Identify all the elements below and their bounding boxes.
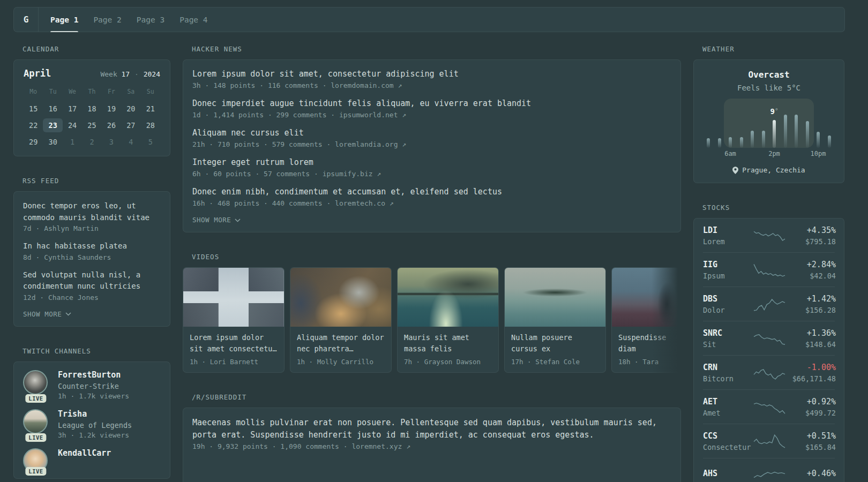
stock-sparkline (752, 295, 787, 313)
rss-item-title[interactable]: In hac habitasse platea (23, 240, 161, 252)
weather-bar (817, 132, 820, 148)
calendar-day: 2 (82, 135, 101, 149)
stock-price: $795.18 (787, 237, 836, 246)
stock-change: +2.84% (787, 260, 836, 269)
live-badge: LIVE (25, 394, 46, 403)
top-navigation: G Page 1 Page 2 Page 3 Page 4 (13, 7, 845, 32)
hackernews-show-more-button[interactable]: SHOW MORE (192, 216, 671, 224)
weather-bar (707, 138, 710, 148)
twitch-channel-row[interactable]: LIVE KendallCarr (23, 448, 161, 473)
weather-bar (795, 115, 798, 148)
subreddit-section-title: /R/SUBREDDIT (192, 393, 681, 401)
tab-page-1[interactable]: Page 1 (50, 7, 78, 32)
twitch-channel-info: ForrestBurton Counter-Strike 1h · 1.7k v… (58, 370, 129, 400)
video-card-body: Lorem ipsum dolor sit amet consectetu… 1… (183, 327, 284, 372)
page-tabs: Page 1 Page 2 Page 3 Page 4 (39, 7, 208, 32)
weather-widget: WEATHER Overcast Feels like 5°C 9° 6am2p… (693, 45, 844, 183)
video-meta: 18h · Tara (618, 358, 681, 366)
weather-hour-label: 2pm (768, 150, 780, 157)
twitch-channel-row[interactable]: LIVE ForrestBurton Counter-Strike 1h · 1… (23, 370, 161, 400)
hackernews-item-meta[interactable]: 16h · 468 points · 440 comments · loremt… (192, 199, 671, 207)
hackernews-item-meta[interactable]: 1d · 1,414 points · 299 comments · ipsum… (192, 111, 671, 119)
twitch-channel-row[interactable]: LIVE Trisha League of Legends 3h · 1.2k … (23, 409, 161, 439)
stock-price: $148.64 (787, 340, 836, 349)
hackernews-item-meta[interactable]: 6h · 60 points · 57 comments · ipsumify.… (192, 170, 671, 178)
live-badge: LIVE (25, 433, 46, 442)
video-thumbnail (290, 268, 391, 327)
tab-page-2[interactable]: Page 2 (93, 7, 121, 32)
calendar-year: 2024 (144, 70, 160, 78)
live-badge: LIVE (25, 467, 46, 476)
weather-hourly-chart: 9° 6am2pm10pm (704, 99, 834, 159)
weather-bar (784, 115, 787, 148)
calendar-header: April Week 17 · 2024 (24, 68, 160, 79)
calendar-day: 23 (43, 118, 62, 132)
hackernews-item-meta[interactable]: 21h · 710 points · 579 comments · loreml… (192, 140, 671, 148)
stock-symbol: SNRC (703, 328, 752, 338)
hackernews-item-title[interactable]: Lorem ipsum dolor sit amet, consectetur … (192, 69, 671, 80)
chevron-down-icon (235, 219, 241, 222)
weather-bar (740, 137, 743, 148)
calendar-day: 27 (121, 118, 140, 132)
rss-show-more-button[interactable]: SHOW MORE (23, 310, 161, 318)
rss-item: Sed volutpat nulla nisl, a condimentum n… (23, 269, 161, 302)
video-card[interactable]: Lorem ipsum dolor sit amet consectetu… 1… (183, 267, 285, 373)
twitch-card: LIVE ForrestBurton Counter-Strike 1h · 1… (13, 362, 170, 479)
stocks-widget: STOCKS LDI Lorem +4.35% $795.18 (693, 204, 844, 482)
hackernews-item: Donec imperdiet augue tincidunt felis al… (192, 98, 671, 119)
stock-price: $156.28 (787, 306, 836, 314)
calendar-day: 28 (141, 118, 160, 132)
weather-bar (751, 131, 754, 148)
video-card[interactable]: Mauris sit amet massa felis 7h · Grayson… (397, 267, 499, 373)
stock-id: CRN Bitcorn (703, 363, 752, 383)
subreddit-post: Maecenas mollis pulvinar erat non posuer… (192, 417, 671, 450)
stock-row: AHS +0.46% (703, 458, 835, 482)
hackernews-item-meta[interactable]: 3h · 148 points · 116 comments · loremdo… (192, 81, 671, 89)
calendar-day: 29 (24, 135, 43, 149)
twitch-channel-meta: 3h · 1.2k viewers (58, 431, 132, 439)
video-title: Aliquam tempor dolor nec pharetra… (297, 332, 385, 355)
video-card[interactable]: Nullam posuere cursus ex 17h · Stefan Co… (504, 267, 606, 373)
video-thumbnail (183, 268, 284, 327)
hackernews-item-title[interactable]: Donec enim nibh, condimentum et accumsan… (192, 186, 671, 198)
rss-item-title[interactable]: Sed volutpat nulla nisl, a condimentum n… (23, 269, 161, 292)
stock-sparkline (752, 398, 787, 416)
video-card[interactable]: Aliquam tempor dolor nec pharetra… 1h · … (290, 267, 392, 373)
avatar (23, 370, 48, 395)
avatar (23, 409, 48, 434)
twitch-channel-info: KendallCarr (58, 448, 111, 473)
rss-item-title[interactable]: Donec tempor eros leo, ut commodo mauris… (23, 200, 161, 223)
stock-name: Bitcorn (703, 374, 752, 383)
hackernews-item-title[interactable]: Donec imperdiet augue tincidunt felis al… (192, 98, 671, 109)
stock-row: CRN Bitcorn -1.00% $66,171.48 (703, 355, 835, 389)
subreddit-post-title[interactable]: Maecenas mollis pulvinar erat non posuer… (192, 417, 671, 441)
video-title: Lorem ipsum dolor sit amet consectetu… (190, 332, 278, 355)
calendar-day: 18 (82, 102, 101, 116)
weather-location-label: Prague, Czechia (742, 166, 805, 174)
calendar-day: 25 (82, 118, 101, 132)
calendar-day: 24 (63, 118, 82, 132)
calendar-weekday: Fr (102, 88, 121, 95)
stock-sparkline (752, 227, 787, 245)
twitch-channel-meta: 1h · 1.7k viewers (58, 392, 129, 400)
rss-section-title: RSS FEED (23, 177, 170, 185)
stock-id: SNRC Sit (703, 328, 752, 349)
tab-page-3[interactable]: Page 3 (137, 7, 164, 32)
stock-name: Ipsum (703, 272, 752, 280)
twitch-avatar-wrap: LIVE (23, 409, 49, 439)
subreddit-post-meta[interactable]: 19h · 9,932 points · 1,090 comments · lo… (192, 442, 671, 450)
hackernews-item-title[interactable]: Aliquam nec cursus elit (192, 127, 671, 139)
stock-change: -1.00% (787, 363, 836, 372)
stock-values: +4.35% $795.18 (787, 225, 836, 246)
stock-symbol: LDI (703, 225, 752, 235)
videos-widget: VIDEOS Lorem ipsum dolor sit amet consec… (183, 253, 681, 373)
stock-row: CCS Consectetur +0.51% $165.84 (703, 424, 835, 458)
calendar-day: 20 (121, 102, 140, 116)
tab-page-4[interactable]: Page 4 (179, 7, 207, 32)
video-card[interactable]: Suspendisse diam 18h · Tara (611, 267, 681, 373)
app-logo[interactable]: G (14, 7, 39, 32)
hackernews-item-title[interactable]: Integer eget rutrum lorem (192, 157, 671, 168)
videos-carousel: Lorem ipsum dolor sit amet consectetu… 1… (183, 267, 681, 373)
weather-bar (718, 138, 721, 148)
calendar-separator-dot: · (134, 70, 139, 78)
